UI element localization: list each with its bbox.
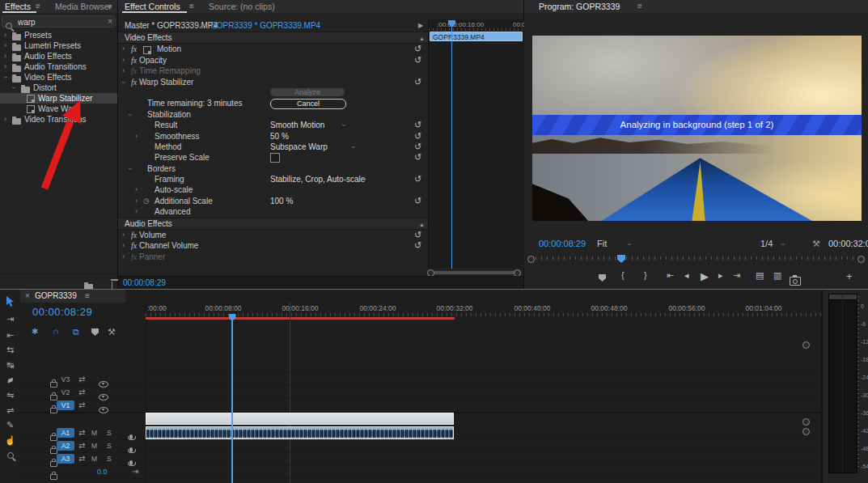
reset-icon[interactable]: ↺: [414, 240, 421, 251]
analyze-button[interactable]: Analyze: [270, 88, 345, 97]
chevron-right-icon[interactable]: ›: [4, 51, 6, 61]
lock-icon[interactable]: [50, 474, 57, 480]
linked-selection-icon[interactable]: ⧉: [73, 327, 79, 337]
scroll-handle[interactable]: [802, 341, 810, 349]
zoom-tool[interactable]: [0, 450, 20, 460]
reset-icon[interactable]: ↺: [414, 120, 421, 130]
track-target-v1[interactable]: V1: [57, 400, 74, 410]
track-header-v3[interactable]: V3 ⇄: [20, 373, 146, 387]
reset-icon[interactable]: ↺: [414, 44, 421, 54]
reset-icon[interactable]: ↺: [414, 131, 421, 142]
chevron-right-icon[interactable]: ›: [135, 131, 138, 142]
cancel-button[interactable]: Cancel: [270, 99, 346, 109]
mute-button[interactable]: M: [91, 426, 97, 439]
effect-row-panner[interactable]: › fx Panner: [118, 252, 428, 262]
effect-row-warp-stabilizer[interactable]: › fx Warp Stabilizer ↺: [118, 77, 428, 87]
effect-row-opacity[interactable]: › fx Opacity ↺: [118, 55, 428, 66]
stabilization-group-row[interactable]: › Stabilization: [118, 109, 428, 120]
chevron-down-icon[interactable]: ›: [8, 87, 19, 89]
chevron-right-icon[interactable]: ›: [122, 252, 125, 262]
track-output-eye-icon[interactable]: [99, 407, 108, 413]
zoom-level-dropdown[interactable]: Fit: [597, 236, 607, 251]
method-dropdown[interactable]: Subspace Warp ›: [270, 142, 354, 152]
audio-clip-a1[interactable]: [146, 426, 454, 439]
tab-source[interactable]: Source: (no clips): [209, 0, 275, 13]
panel-menu-icon[interactable]: ≡: [85, 290, 90, 303]
track-target-v3[interactable]: V3: [57, 375, 74, 384]
program-playhead-marker[interactable]: [617, 255, 625, 263]
additional-scale-value[interactable]: 100 %: [270, 196, 293, 206]
voiceover-mic-icon[interactable]: [129, 447, 133, 452]
step-back-icon[interactable]: ◂: [684, 270, 689, 281]
sync-lock-icon[interactable]: ⇄: [78, 386, 85, 399]
master-gain-value[interactable]: 0.0: [97, 465, 108, 478]
reset-icon[interactable]: ↺: [414, 77, 421, 87]
tree-item-lumetri-presets[interactable]: › Lumetri Presets: [0, 40, 117, 51]
collapse-icon[interactable]: ▲: [419, 219, 425, 230]
add-marker-icon[interactable]: [91, 328, 99, 336]
chevron-right-icon[interactable]: ›: [122, 240, 125, 251]
playback-resolution-dropdown[interactable]: 1/4: [760, 236, 773, 251]
reset-icon[interactable]: ↺: [414, 196, 421, 206]
horizontal-scrollbar[interactable]: [430, 271, 516, 274]
snap-magnet-icon[interactable]: ∩: [53, 326, 59, 336]
scrubber-right-handle[interactable]: [857, 256, 865, 263]
clip-group-handle[interactable]: [802, 418, 810, 426]
video-clip-v1[interactable]: [146, 413, 454, 425]
chevron-right-icon[interactable]: ›: [122, 230, 125, 240]
reset-icon[interactable]: ↺: [414, 230, 421, 240]
chevron-right-icon[interactable]: ›: [4, 40, 6, 51]
chevron-right-icon[interactable]: ›: [4, 61, 6, 72]
search-input[interactable]: [16, 16, 100, 28]
hand-tool[interactable]: ☝: [0, 435, 20, 446]
timeline-playhead-line[interactable]: [231, 314, 233, 483]
slip-tool[interactable]: ⇋: [0, 390, 20, 400]
scrubber-left-handle[interactable]: [527, 256, 535, 263]
chevron-down-icon[interactable]: ›: [125, 113, 135, 116]
chevron-right-icon[interactable]: ›: [122, 66, 125, 76]
sync-lock-icon[interactable]: ⇄: [78, 452, 85, 465]
razor-tool[interactable]: ▰: [0, 371, 21, 388]
lift-icon[interactable]: ▤: [756, 270, 764, 281]
track-target-v2[interactable]: V2: [57, 388, 74, 397]
settings-wrench-icon[interactable]: ⚒: [812, 236, 820, 251]
add-marker-icon[interactable]: [599, 274, 606, 282]
video-effects-header[interactable]: Video Effects ▲: [118, 32, 428, 44]
tab-media-browser[interactable]: Media Browser: [55, 0, 112, 13]
voiceover-mic-icon[interactable]: [129, 434, 133, 439]
pen-tool[interactable]: ✎: [0, 420, 20, 430]
chevron-down-icon[interactable]: ›: [776, 244, 790, 246]
effect-row-motion[interactable]: › fx Motion ↺: [118, 44, 428, 54]
effect-row-time-remapping[interactable]: › fx Time Remapping: [118, 66, 428, 76]
mini-playhead-line[interactable]: [451, 24, 452, 269]
effect-controls-timeline[interactable]: :00:00 00:00:16:00 00:00 GOPR3339.MP4: [428, 19, 524, 269]
nest-toggle-icon[interactable]: ✱: [32, 327, 38, 336]
timeline-settings-wrench-icon[interactable]: ⚒: [108, 327, 116, 337]
timeline-tab[interactable]: × GOPR3339 ≡: [20, 290, 125, 303]
solo-button[interactable]: S: [107, 426, 112, 439]
chevron-down-icon[interactable]: ›: [194, 25, 206, 28]
timeline-playhead-marker[interactable]: [229, 314, 236, 321]
track-header-a3[interactable]: A3 ⇄ M S: [20, 452, 146, 466]
play-icon[interactable]: ▶: [701, 270, 709, 282]
go-to-in-icon[interactable]: ⇤: [667, 270, 674, 281]
chevron-right-icon[interactable]: ›: [135, 206, 138, 217]
collapse-icon[interactable]: ▲: [419, 33, 425, 44]
show-timeline-icon[interactable]: ▶: [418, 19, 423, 32]
program-timecode[interactable]: 00:00:08:29: [539, 236, 586, 251]
go-to-out-icon[interactable]: ⇥: [733, 270, 740, 281]
track-header-v2[interactable]: V2 ⇄: [20, 386, 146, 400]
chevron-right-icon[interactable]: ›: [122, 44, 125, 54]
chevron-down-icon[interactable]: ›: [0, 76, 11, 78]
track-header-master[interactable]: 0.0 ⇥: [20, 465, 146, 479]
timeline-timecode[interactable]: 00:00:08:29: [32, 306, 92, 318]
track-target-a2[interactable]: A2: [57, 441, 74, 451]
sequence-clip-label[interactable]: GOPR3339 * GOPR3339.MP4: [210, 19, 320, 32]
chevron-down-icon[interactable]: ›: [622, 244, 637, 246]
selection-tool[interactable]: [0, 296, 20, 308]
button-editor-plus-icon[interactable]: +: [846, 270, 853, 282]
ruler-ticks[interactable]: [146, 313, 821, 316]
effect-row-volume[interactable]: › fx Volume ↺: [118, 230, 428, 240]
track-target-a1[interactable]: A1: [57, 428, 74, 438]
tree-item-warp-stabilizer[interactable]: Warp Stabilizer: [0, 93, 117, 104]
